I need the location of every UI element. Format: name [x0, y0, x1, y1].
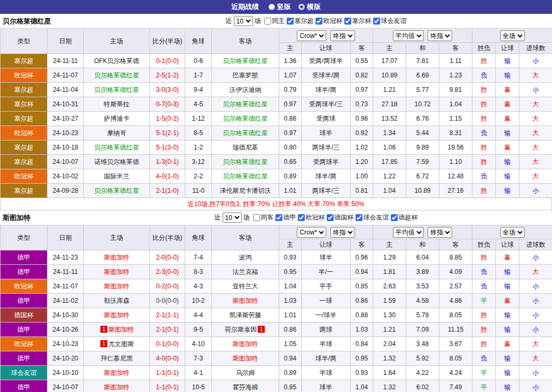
result-goals: 大: [519, 68, 552, 83]
avg-stage-select[interactable]: 终指: [428, 227, 452, 238]
league-filter-球会友谊[interactable]: 球会友谊: [373, 17, 407, 26]
match-row: 塞尔超24-09-28贝尔格莱德红星2-1(1-0)11-0泽伦斯尼卡潘切沃1.…: [1, 184, 552, 198]
col-header-home: 主场: [84, 29, 150, 54]
corner-score: 7-4: [185, 250, 212, 265]
asian-away-odds: 0.96: [351, 112, 373, 126]
league-filter-德甲[interactable]: 德甲: [275, 213, 296, 222]
league-filter-塞尔超[interactable]: 塞尔超: [287, 17, 314, 26]
match-date: 24-11-11: [48, 54, 84, 68]
team-name: 凯泽斯劳滕: [230, 311, 262, 319]
league-filter-checkbox[interactable]: [275, 214, 282, 221]
league-filter-checkbox[interactable]: [298, 214, 305, 221]
handicap-line: 半/一: [302, 265, 351, 279]
league-filter-checkbox[interactable]: [327, 214, 334, 221]
scope-select[interactable]: 全场: [500, 30, 525, 41]
avg-away-odds: 2.57: [439, 279, 472, 294]
match-date: 24-10-31: [48, 97, 84, 112]
avg-provider-select[interactable]: 平均值: [393, 227, 424, 238]
league-type: 塞尔超: [1, 54, 48, 68]
odds-stage-select[interactable]: 终指: [330, 227, 355, 238]
avg-draw-odds: 6.76: [406, 112, 439, 126]
filter-near-label: 近: [226, 17, 232, 26]
result-wdl: 平: [472, 294, 496, 308]
avg-draw-odds: 7.59: [406, 155, 439, 169]
league-filter-checkbox[interactable]: [373, 18, 380, 25]
odds-provider-select[interactable]: Crow*: [297, 30, 326, 41]
away-team: 贝尔格莱德红星: [212, 97, 279, 112]
home-team: 斯图加特: [84, 366, 150, 380]
league-filter-checkbox[interactable]: [264, 18, 271, 25]
avg-stage-select[interactable]: 终指: [428, 30, 452, 41]
league-filter-checkbox[interactable]: [287, 18, 294, 25]
avg-away-odds: 1.04: [439, 97, 472, 112]
away-team: 贝尔格莱德红星: [212, 112, 279, 126]
result-goals: 大: [519, 155, 552, 169]
result-wdl: 负: [472, 265, 496, 279]
avg-draw-odds: 4.58: [406, 294, 439, 308]
league-filter-label: 球会友谊: [364, 213, 389, 222]
section-header: 斯图加特 近 10 场 同客德甲欧冠杯德国杯球会友谊德超杯: [0, 210, 552, 225]
corner-score: 8-5: [185, 126, 212, 140]
result-handicap: 输: [496, 308, 519, 323]
avg-provider-select[interactable]: 平均值: [393, 30, 424, 41]
corner-score: 0-6: [185, 54, 212, 68]
match-score: 2-3(0-0): [150, 265, 185, 279]
league-type: 欧冠杯: [1, 126, 48, 140]
match-date: 24-10-23: [48, 126, 84, 140]
league-filter-checkbox[interactable]: [316, 18, 322, 25]
league-type: 塞尔超: [1, 83, 48, 97]
league-filter-checkbox[interactable]: [253, 214, 260, 221]
league-type: 德甲: [1, 265, 48, 279]
recent-count-select[interactable]: 10: [234, 16, 253, 26]
league-filter-同客[interactable]: 同客: [253, 213, 274, 222]
league-filter-checkbox[interactable]: [391, 214, 398, 221]
league-filter-欧冠杯[interactable]: 欧冠杯: [316, 17, 343, 26]
layout-radios: 竖版 横版: [269, 2, 321, 12]
result-goals: 大: [519, 140, 552, 155]
result-handicap: 输: [496, 68, 519, 83]
league-filter-欧冠杯[interactable]: 欧冠杯: [298, 213, 325, 222]
result-goals: 大: [519, 97, 552, 112]
match-row: 塞尔超24-10-07诺维贝尔格莱德1-3(0-1)3-12贝尔格莱德红星0.6…: [1, 155, 552, 169]
corner-score: 8-3: [185, 265, 212, 279]
team-name: 贝尔格莱德红星: [223, 129, 268, 137]
league-filter-checkbox[interactable]: [356, 214, 362, 221]
scope-select[interactable]: 全场: [500, 227, 525, 238]
corner-score: 4-4: [185, 308, 212, 323]
odds-provider-select[interactable]: Crow*: [297, 227, 326, 238]
result-wdl: 负: [472, 68, 496, 83]
matches-table: 类型 日期 主场 比分(半场) 角球 客场 Crow* 终指 平均值 终指: [0, 28, 552, 198]
asian-away-odds: 0.94: [351, 265, 373, 279]
result-wdl: 平: [472, 366, 496, 380]
team-name: 特斯蒂拉: [104, 100, 130, 108]
recent-count-select[interactable]: 10: [223, 213, 242, 223]
league-filter-同主[interactable]: 同主: [264, 17, 285, 26]
league-filter-label: 同主: [272, 17, 285, 26]
result-goals: 大: [519, 126, 552, 140]
result-handicap: 赢: [496, 140, 519, 155]
home-team: 斯图加特: [84, 380, 150, 392]
away-team: 瑞德尼基: [212, 140, 279, 155]
league-filter-德国杯[interactable]: 德国杯: [327, 213, 354, 222]
col-header-avg-home: 主: [373, 43, 406, 54]
layout-radio-vertical[interactable]: 竖版: [269, 2, 291, 12]
asian-home-odds: 0.97: [279, 97, 302, 112]
league-filter-德超杯[interactable]: 德超杯: [391, 213, 418, 222]
team-name: 法兰克福: [233, 268, 258, 276]
result-scope-header: 全场: [472, 225, 552, 239]
result-goals: 小: [519, 366, 552, 380]
match-date: 24-11-11: [48, 265, 84, 279]
corner-score: 3-12: [185, 155, 212, 169]
home-team: 萨博迪卡: [84, 112, 150, 126]
league-filter-checkbox[interactable]: [344, 18, 351, 25]
result-handicap: 赢: [496, 294, 519, 308]
match-score: 3-0(3-0): [150, 83, 185, 97]
league-filter-球会友谊[interactable]: 球会友谊: [356, 213, 389, 222]
league-filter-塞尔杯[interactable]: 塞尔杯: [344, 17, 372, 26]
corner-score: 11-0: [185, 184, 212, 198]
odds-stage-select[interactable]: 终指: [330, 30, 355, 41]
col-header-wdl: 胜负: [472, 43, 496, 54]
asian-away-odds: 1.04: [351, 380, 373, 392]
avg-home-odds: 13.52: [373, 112, 406, 126]
layout-radio-horizontal[interactable]: 横版: [298, 2, 321, 12]
